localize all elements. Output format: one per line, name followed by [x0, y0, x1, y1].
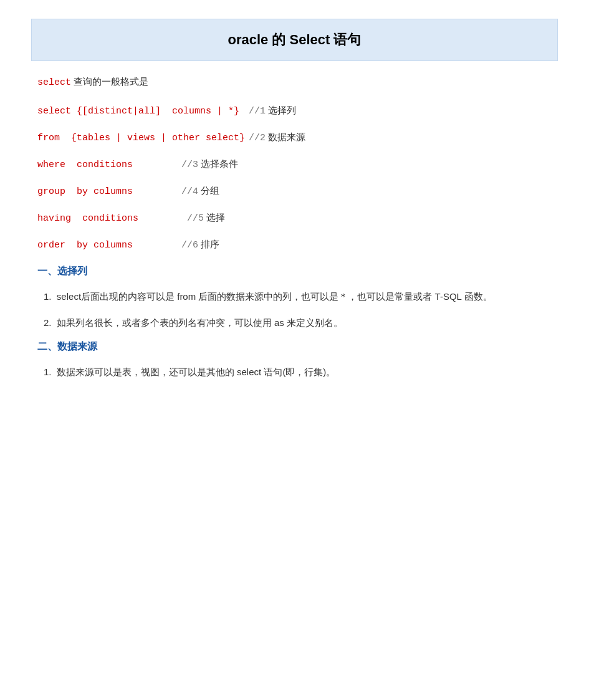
item2-text: 如果列名很长，或者多个表的列名有冲突，可以使用 as 来定义别名。: [57, 317, 343, 328]
syntax-having: conditions: [71, 210, 183, 227]
chinese-order: 排序: [198, 236, 219, 252]
chinese-having: 选择: [204, 209, 225, 226]
comment-where: //3: [181, 156, 198, 173]
syntax-select: {[distinct|all] columns | *}: [71, 103, 245, 120]
comment-order: //6: [181, 237, 198, 254]
chinese-group: 分组: [198, 182, 219, 199]
comment-having: //5: [187, 210, 204, 227]
kw-group: group: [37, 183, 65, 200]
kw-having: having: [37, 210, 71, 227]
kw-order: order: [37, 237, 65, 254]
chinese-where: 选择条件: [198, 155, 238, 172]
syntax-where: conditions: [65, 156, 178, 173]
kw-from: from: [37, 130, 60, 146]
title-box: oracle 的 Select 语句: [31, 19, 558, 61]
syntax-group: by columns: [65, 183, 178, 200]
code-line-select: select {[distinct|all] columns | *} //1 …: [37, 102, 552, 120]
content-area: select 查询的一般格式是 select {[distinct|all] c…: [31, 76, 558, 380]
section2-item1-text: 数据来源可以是表，视图，还可以是其他的 select 语句(即，行集)。: [57, 367, 336, 377]
syntax-block: select {[distinct|all] columns | *} //1 …: [37, 102, 552, 254]
page-container: oracle 的 Select 语句 select 查询的一般格式是 selec…: [0, 0, 589, 700]
section1-item2: 2. 如果列名很长，或者多个表的列名有冲突，可以使用 as 来定义别名。: [37, 314, 552, 332]
section2-title: 二、数据来源: [37, 340, 552, 353]
intro-keyword: select: [37, 77, 71, 88]
kw-select: select: [37, 103, 71, 120]
intro-text: 查询的一般格式是: [74, 76, 148, 87]
item2-num: 2.: [44, 317, 54, 328]
code-line-where: where conditions //3 选择条件: [37, 155, 552, 173]
section1-item1: 1. select后面出现的内容可以是 from 后面的数据来源中的列，也可以是…: [37, 288, 552, 305]
section2-item1-num: 1.: [44, 367, 54, 377]
code-line-from: from {tables | views | other select} //2…: [37, 128, 552, 146]
chinese-select: 选择列: [266, 102, 296, 118]
code-line-having: having conditions //5 选择: [37, 209, 552, 227]
chinese-from: 数据来源: [266, 128, 305, 145]
syntax-order: by columns: [65, 237, 178, 254]
section2-item1: 1. 数据来源可以是表，视图，还可以是其他的 select 语句(即，行集)。: [37, 363, 552, 381]
intro-line: select 查询的一般格式是: [37, 76, 552, 88]
code-line-order: order by columns //6 排序: [37, 236, 552, 254]
syntax-from: {tables | views | other select}: [60, 130, 245, 146]
page-title: oracle 的 Select 语句: [228, 32, 362, 47]
code-line-group: group by columns //4 分组: [37, 182, 552, 200]
item1-num: 1.: [44, 291, 54, 302]
kw-where: where: [37, 156, 65, 173]
comment-group: //4: [181, 183, 198, 200]
item1-text: select后面出现的内容可以是 from 后面的数据来源中的列，也可以是＊，也…: [57, 291, 492, 302]
comment-select: //1: [249, 103, 266, 120]
comment-from: //2: [249, 130, 266, 146]
section1-title: 一、选择列: [37, 265, 552, 278]
